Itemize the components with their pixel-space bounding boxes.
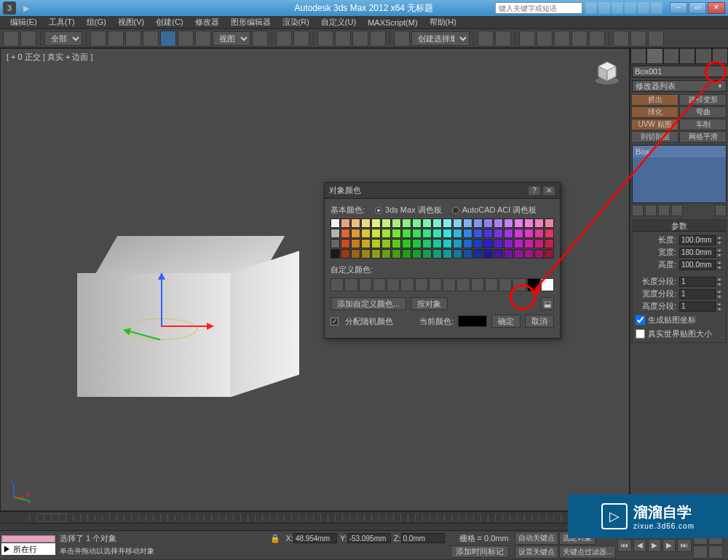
palette-swatch[interactable]	[402, 229, 411, 238]
menu-create[interactable]: 创建(C)	[150, 17, 189, 28]
tb-angle-snap[interactable]	[335, 31, 351, 47]
palette-swatch[interactable]	[443, 249, 452, 259]
tb-selection-filter[interactable]: 全部	[44, 31, 82, 46]
palette-swatch[interactable]	[381, 249, 391, 259]
palette-swatch[interactable]	[483, 239, 493, 248]
next-frame-icon[interactable]: ▶	[662, 539, 676, 552]
palette-swatch[interactable]	[463, 249, 472, 259]
palette-swatch[interactable]	[361, 218, 371, 228]
menu-modifiers[interactable]: 修改器	[189, 17, 225, 28]
checkbox-gen-mapping[interactable]	[636, 315, 645, 325]
tb-render-frame[interactable]	[630, 31, 646, 47]
palette-swatch[interactable]	[402, 249, 411, 259]
palette-swatch[interactable]	[422, 249, 432, 259]
help-search[interactable]	[495, 2, 582, 14]
tb-window-crossing[interactable]	[143, 31, 159, 47]
palette-swatch[interactable]	[392, 249, 401, 259]
goto-end-icon[interactable]: ⏭	[677, 539, 692, 552]
menu-help[interactable]: 帮助(H)	[424, 17, 462, 28]
custom-swatch[interactable]	[513, 278, 526, 291]
palette-swatch[interactable]	[545, 229, 554, 238]
palette-swatch[interactable]	[534, 218, 544, 228]
tab-display[interactable]	[695, 48, 711, 64]
palette-swatch[interactable]	[483, 218, 493, 228]
tb-render-setup[interactable]	[613, 31, 629, 47]
tb-select-by-name[interactable]	[108, 31, 124, 47]
checkbox-real-world[interactable]	[636, 329, 645, 339]
palette-swatch[interactable]	[412, 239, 422, 248]
coord-y-input[interactable]	[347, 533, 391, 543]
input-hseg[interactable]	[679, 301, 716, 312]
tb-percent-snap[interactable]	[352, 31, 368, 47]
check-real-world[interactable]: 真实世界贴图大小	[636, 328, 723, 339]
mod-btn-pathdeform[interactable]: 路径变形	[679, 94, 727, 106]
palette-swatch[interactable]	[483, 249, 493, 259]
palette-swatch[interactable]	[463, 239, 472, 248]
palette-swatch[interactable]	[494, 249, 503, 259]
palette-swatch[interactable]	[453, 249, 462, 259]
palette-swatch[interactable]	[524, 249, 534, 259]
palette-swatch[interactable]	[341, 218, 350, 228]
tab-modify[interactable]	[646, 48, 662, 64]
tab-hierarchy[interactable]	[663, 48, 679, 64]
tb-scale[interactable]	[195, 31, 211, 47]
tb-pivot-icon[interactable]	[252, 31, 268, 47]
palette-swatch[interactable]	[331, 229, 340, 238]
palette-swatch[interactable]	[514, 239, 523, 248]
gizmo-x-axis[interactable]	[161, 326, 212, 327]
palette-swatch[interactable]	[371, 218, 381, 228]
coord-x-input[interactable]	[293, 533, 337, 543]
palette-swatch[interactable]	[514, 218, 523, 228]
palette-swatch[interactable]	[534, 229, 544, 238]
palette-swatch[interactable]	[351, 239, 360, 248]
custom-swatch[interactable]	[485, 278, 498, 291]
mod-btn-meshsmooth[interactable]: 网格平滑	[679, 131, 727, 143]
menu-tools[interactable]: 工具(T)	[43, 17, 81, 28]
palette-swatch[interactable]	[422, 239, 432, 248]
palette-swatch[interactable]	[371, 239, 381, 248]
palette-swatch[interactable]	[473, 229, 483, 238]
tb-schematic-view[interactable]	[571, 31, 587, 47]
menu-render[interactable]: 渲染(R)	[277, 17, 315, 28]
mod-btn-lathe[interactable]: 车削	[679, 119, 727, 130]
tb-select[interactable]	[90, 31, 106, 47]
palette-swatch[interactable]	[351, 218, 360, 228]
stack-remove-icon[interactable]	[671, 205, 683, 216]
palette-swatch[interactable]	[392, 229, 401, 238]
tb-manipulate[interactable]	[276, 31, 292, 47]
tb-edit-named-sel[interactable]	[394, 31, 410, 47]
palette-swatch[interactable]	[504, 239, 513, 248]
tb-redo[interactable]	[20, 31, 36, 47]
menu-edit[interactable]: 编辑(E)	[4, 17, 43, 28]
palette-swatch[interactable]	[453, 239, 462, 248]
palette-swatch[interactable]	[453, 218, 462, 228]
palette-swatch[interactable]	[432, 229, 442, 238]
coord-z-input[interactable]	[401, 533, 445, 543]
menu-graph-editors[interactable]: 图形编辑器	[225, 17, 277, 28]
stack-unique-icon[interactable]	[658, 205, 670, 216]
custom-swatch[interactable]	[471, 278, 484, 291]
ok-button[interactable]: 确定	[491, 315, 521, 328]
palette-swatch[interactable]	[524, 239, 534, 248]
tb-ref-coord[interactable]: 视图	[213, 31, 250, 46]
palette-swatch[interactable]	[443, 229, 452, 238]
dialog-close-button[interactable]: ✕	[542, 186, 555, 196]
palette-swatch[interactable]	[504, 218, 513, 228]
qa-icon-5[interactable]	[638, 2, 649, 14]
modifier-list-dropdown[interactable]: 修改器列表	[632, 80, 727, 92]
palette-swatch[interactable]	[545, 239, 554, 248]
palette-swatch[interactable]	[412, 249, 422, 259]
assign-random-checkbox[interactable]: ✓	[331, 318, 339, 326]
menu-view[interactable]: 视图(V)	[112, 17, 151, 28]
input-wseg[interactable]	[679, 289, 716, 299]
palette-swatch[interactable]	[514, 229, 523, 238]
palette-swatch[interactable]	[361, 229, 371, 238]
maximize-button[interactable]: ▭	[689, 2, 706, 14]
palette-swatch[interactable]	[341, 249, 350, 259]
custom-swatch[interactable]	[387, 278, 400, 291]
palette-swatch[interactable]	[402, 239, 411, 248]
menu-customize[interactable]: 自定义(U)	[315, 17, 362, 28]
qa-help-icon[interactable]	[651, 2, 662, 14]
stack-showend-icon[interactable]	[645, 205, 657, 216]
add-time-tag-button[interactable]: 添加时间标记	[451, 545, 509, 558]
